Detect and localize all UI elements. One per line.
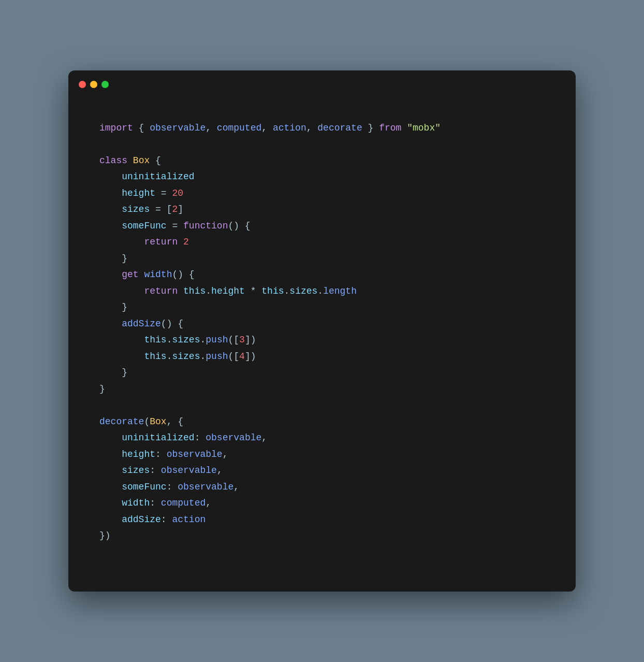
code-window: import { observable, computed, action, d… xyxy=(68,70,576,592)
code-editor: import { observable, computed, action, d… xyxy=(68,93,576,571)
maximize-button[interactable] xyxy=(101,81,109,88)
minimize-button[interactable] xyxy=(90,81,97,88)
titlebar xyxy=(68,70,576,93)
close-button[interactable] xyxy=(79,81,86,88)
